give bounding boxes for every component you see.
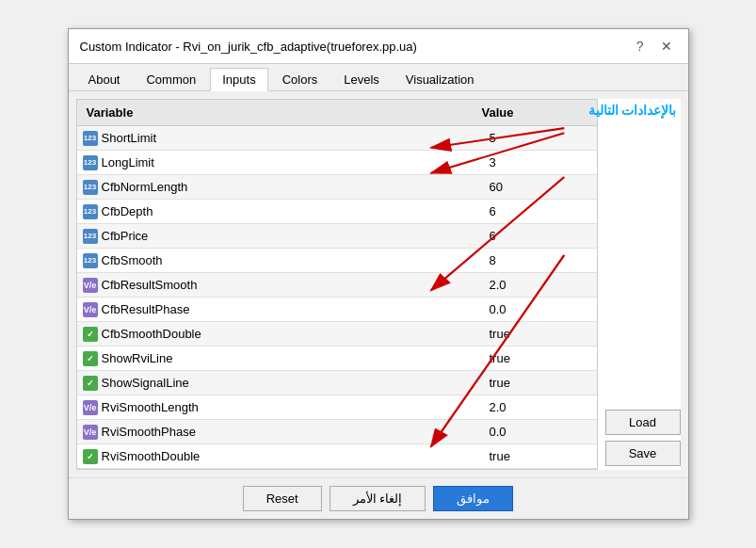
- type-icon: 123: [83, 180, 98, 195]
- cell-value: true: [484, 349, 597, 367]
- table-row[interactable]: 123 LongLimit 3: [77, 151, 597, 175]
- type-icon: ✓: [83, 351, 98, 366]
- table-row[interactable]: V/e RviSmoothPhase 0.0: [77, 420, 597, 444]
- variable-name: CfbSmooth: [102, 253, 163, 267]
- table-row[interactable]: V/e CfbResultSmooth 2.0: [77, 273, 597, 298]
- variable-name: CfbSmoothDouble: [102, 327, 201, 341]
- type-icon: 123: [83, 204, 98, 219]
- cell-variable: V/e CfbResultSmooth: [77, 276, 484, 295]
- variable-name: RviSmoothLength: [102, 400, 199, 414]
- side-button-panel: Load Save: [605, 99, 681, 470]
- table-row[interactable]: 123 CfbSmooth 8: [77, 249, 597, 273]
- type-icon: V/e: [83, 302, 98, 317]
- table-header: Variable Value: [77, 100, 597, 126]
- variable-name: CfbDepth: [102, 204, 153, 218]
- inputs-table: Variable Value 123 ShortLimit 5 123 Long…: [76, 99, 598, 470]
- tab-colors[interactable]: Colors: [270, 68, 330, 90]
- cell-value: 0.0: [484, 423, 597, 441]
- tab-bar: AboutCommonInputsColorsLevelsVisualizati…: [69, 64, 688, 91]
- save-button[interactable]: Save: [605, 441, 681, 466]
- tab-inputs[interactable]: Inputs: [210, 68, 267, 91]
- tab-visualization[interactable]: Visualization: [394, 68, 487, 90]
- cell-variable: 123 CfbDepth: [77, 202, 484, 221]
- reset-button[interactable]: Reset: [243, 486, 322, 511]
- type-icon: 123: [83, 253, 98, 268]
- variable-name: LongLimit: [102, 155, 154, 169]
- col-variable-header: Variable: [83, 104, 478, 121]
- type-icon: V/e: [83, 400, 98, 415]
- cell-variable: 123 CfbSmooth: [77, 251, 484, 270]
- variable-name: CfbResultSmooth: [102, 278, 198, 292]
- cell-variable: ✓ RviSmoothDouble: [77, 447, 484, 466]
- table-row[interactable]: ✓ ShowSignalLine true: [77, 371, 597, 395]
- variable-name: RviSmoothPhase: [102, 425, 196, 439]
- cell-value: 60: [484, 178, 597, 196]
- cell-variable: 123 ShortLimit: [77, 129, 484, 148]
- cell-variable: ✓ ShowRviLine: [77, 349, 484, 368]
- type-icon: 123: [83, 131, 98, 146]
- table-body: 123 ShortLimit 5 123 LongLimit 3 123 Cfb…: [77, 126, 597, 469]
- type-icon: 123: [83, 229, 98, 244]
- cell-value: 3: [484, 153, 597, 171]
- table-row[interactable]: ✓ CfbSmoothDouble true: [77, 322, 597, 347]
- cell-variable: 123 CfbNormLength: [77, 178, 484, 197]
- type-icon: V/e: [83, 278, 98, 293]
- window-title: Custom Indicator - Rvi_on_jurik_cfb_adap…: [80, 40, 417, 54]
- cell-value: true: [484, 447, 597, 465]
- tab-common[interactable]: Common: [134, 68, 208, 90]
- cell-variable: ✓ CfbSmoothDouble: [77, 325, 484, 344]
- table-row[interactable]: 123 ShortLimit 5: [77, 126, 597, 151]
- table-row[interactable]: V/e RviSmoothLength 2.0: [77, 395, 597, 420]
- type-icon: ✓: [83, 327, 98, 342]
- table-row[interactable]: 123 CfbNormLength 60: [77, 175, 597, 200]
- table-row[interactable]: 123 CfbPrice 6: [77, 224, 597, 249]
- tab-levels[interactable]: Levels: [331, 68, 392, 90]
- cell-value: 5: [484, 129, 597, 147]
- cell-variable: 123 CfbPrice: [77, 227, 484, 246]
- variable-name: ShowRviLine: [102, 351, 173, 365]
- ok-button[interactable]: موافق: [433, 486, 513, 511]
- table-row[interactable]: ✓ ShowRviLine true: [77, 347, 597, 371]
- variable-name: ShowSignalLine: [102, 376, 189, 390]
- table-row[interactable]: V/e CfbResultPhase 0.0: [77, 298, 597, 322]
- cell-value: 6: [484, 227, 597, 245]
- dialog-window: Custom Indicator - Rvi_on_jurik_cfb_adap…: [68, 28, 689, 520]
- content-area: بالإعدادات التالية Variable Value 123 Sh…: [76, 99, 681, 470]
- cell-value: true: [484, 325, 597, 343]
- table-row[interactable]: 123 CfbDepth 6: [77, 200, 597, 224]
- cell-variable: ✓ ShowSignalLine: [77, 374, 484, 393]
- cancel-button[interactable]: إلغاء الأمر: [330, 486, 426, 511]
- cell-value: 2.0: [484, 398, 597, 416]
- title-controls: ? ✕: [632, 37, 677, 56]
- variable-name: RviSmoothDouble: [102, 449, 201, 463]
- type-icon: ✓: [83, 376, 98, 391]
- cell-value: 6: [484, 202, 597, 220]
- tab-about[interactable]: About: [76, 68, 133, 90]
- cell-variable: V/e RviSmoothPhase: [77, 423, 484, 442]
- title-bar: Custom Indicator - Rvi_on_jurik_cfb_adap…: [69, 29, 688, 64]
- table-row[interactable]: ✓ RviSmoothDouble true: [77, 444, 597, 469]
- cell-variable: V/e CfbResultPhase: [77, 300, 484, 319]
- close-button[interactable]: ✕: [656, 37, 677, 56]
- variable-name: ShortLimit: [102, 131, 157, 145]
- variable-name: CfbResultPhase: [102, 302, 190, 316]
- col-value-header: Value: [478, 104, 591, 121]
- help-button[interactable]: ?: [632, 37, 649, 56]
- cell-value: true: [484, 374, 597, 392]
- type-icon: V/e: [83, 425, 98, 440]
- type-icon: ✓: [83, 449, 98, 464]
- cell-value: 8: [484, 251, 597, 269]
- cell-variable: 123 LongLimit: [77, 153, 484, 172]
- cell-variable: V/e RviSmoothLength: [77, 398, 484, 417]
- variable-name: CfbPrice: [102, 229, 149, 243]
- variable-name: CfbNormLength: [102, 180, 188, 194]
- cell-value: 2.0: [484, 276, 597, 294]
- cell-value: 0.0: [484, 300, 597, 318]
- footer: Reset إلغاء الأمر موافق: [69, 477, 688, 519]
- load-button[interactable]: Load: [605, 410, 681, 435]
- type-icon: 123: [83, 155, 98, 170]
